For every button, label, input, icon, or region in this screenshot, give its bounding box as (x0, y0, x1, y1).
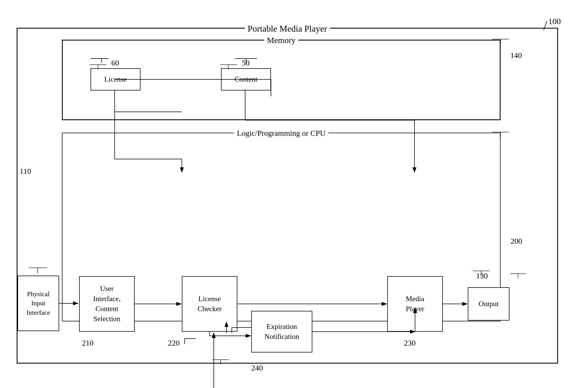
ref-210: 210 (82, 339, 94, 347)
portable-media-player-label: Portable Media Player (245, 24, 330, 34)
ref-110: 110 (20, 167, 31, 176)
memory-box: Memory 140 License 60 Content 50 (62, 40, 501, 120)
logic-box: Logic/Programming or CPU 200 UserInterfa… (62, 133, 501, 321)
portable-media-player-box: Portable Media Player Memory 140 License… (17, 28, 558, 364)
ref-240: 240 (251, 364, 263, 372)
memory-connections-svg (63, 41, 500, 119)
ref-200: 200 (511, 237, 522, 246)
physical-input-box: PhysicalInputInterface (17, 276, 59, 331)
ref-100: 100 (548, 17, 561, 26)
ref-220: 220 (168, 339, 180, 347)
logic-arrows-svg (62, 133, 500, 321)
diagram-container: 100 Portable Media Player Memory 140 Lic… (17, 17, 566, 372)
ref-230: 230 (404, 339, 416, 347)
svg-line-15 (226, 322, 227, 333)
ref-140: 140 (510, 51, 522, 60)
